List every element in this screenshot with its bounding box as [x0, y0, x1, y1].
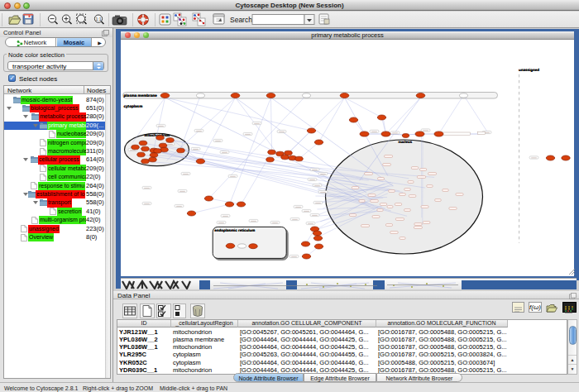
svg-text:unassigned: unassigned — [519, 68, 539, 72]
svg-text:endoplasmic reticulum: endoplasmic reticulum — [214, 228, 255, 232]
svg-text:Search:: Search: — [230, 16, 254, 24]
svg-text:nucleus: nucleus — [398, 140, 412, 144]
svg-text:1:1: 1:1 — [96, 17, 102, 22]
svg-text:plasma membrane: plasma membrane — [123, 93, 156, 98]
svg-text:cytoplasm: cytoplasm — [123, 104, 142, 108]
